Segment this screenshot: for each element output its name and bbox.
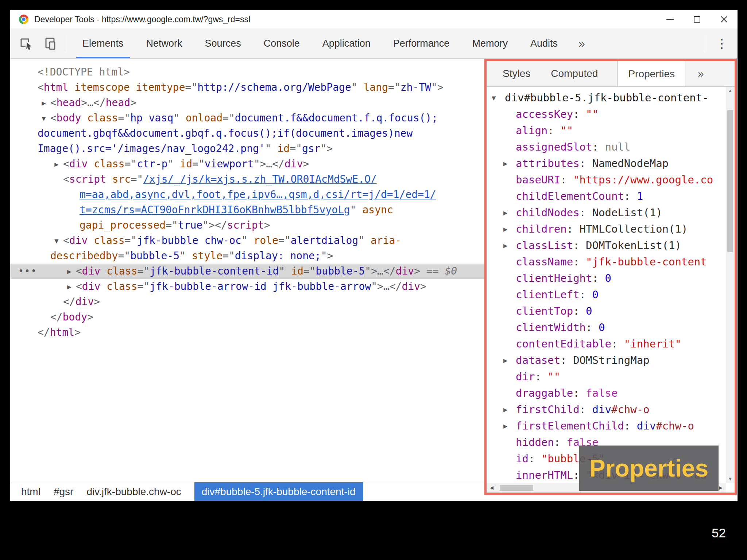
dom-line[interactable]: ▶<div class="jfk-bubble-arrow-id jfk-bub… [10, 279, 484, 294]
code-token: " [265, 143, 271, 155]
horizontal-scroll-thumb[interactable] [500, 485, 533, 491]
twisty-right-icon[interactable]: ▶ [64, 279, 74, 294]
dom-line[interactable]: describedby="bubble-5" style="display: n… [10, 248, 484, 264]
more-tabs-button[interactable]: » [569, 37, 595, 50]
property-row[interactable]: ▶firstElementChild: div#chw-o [492, 418, 724, 434]
code-token: > [74, 326, 81, 338]
tab-memory[interactable]: Memory [461, 28, 519, 58]
breadcrumb-item-selected[interactable]: div#bubble-5.jfk-bubble-content-id [194, 482, 363, 501]
twisty-right-icon[interactable]: ▶ [503, 401, 507, 418]
property-row[interactable]: ▶dataset: DOMStringMap [492, 352, 724, 369]
dom-line[interactable]: •••▶<div class="jfk-bubble-content-id" i… [10, 264, 484, 279]
twisty-down-icon[interactable]: ▼ [51, 233, 62, 248]
dom-line[interactable]: </body> [10, 310, 484, 325]
code-token: bubble-5 [316, 265, 365, 277]
property-row[interactable]: ▶classList: DOMTokenList(1) [492, 237, 724, 254]
dom-line[interactable]: <script src="/xjs/_/js/k=xjs.s.zh_TW.OR0… [10, 172, 484, 187]
code-token: div [69, 158, 88, 170]
sidebar-tab-properties[interactable]: Properties [618, 61, 685, 86]
tab-network[interactable]: Network [135, 28, 194, 58]
twisty-right-icon[interactable]: ▶ [503, 237, 507, 254]
twisty-right-icon[interactable]: ▶ [503, 205, 507, 221]
vertical-scroll-thumb[interactable] [727, 110, 733, 252]
twisty-right-icon[interactable]: ▶ [51, 156, 62, 172]
dom-line[interactable]: </div> [10, 294, 484, 310]
property-row[interactable]: align: "" [492, 122, 724, 139]
sidebar-tab-computed[interactable]: Computed [550, 61, 599, 86]
inspect-element-button[interactable] [18, 35, 34, 51]
dom-line[interactable]: t=zcms/rs=ACT90oFnrkDHI3I6oKBnhwB5lbbf5v… [10, 202, 484, 218]
breadcrumb-item[interactable]: #gsr [54, 482, 73, 501]
twisty-right-icon[interactable]: ▶ [64, 264, 74, 279]
close-button[interactable] [711, 10, 738, 28]
code-token: script [227, 219, 264, 231]
twisty-right-icon[interactable]: ▶ [503, 418, 507, 434]
vertical-scrollbar[interactable]: ▲ ▼ [726, 87, 735, 483]
devtools-menu-button[interactable]: ⋮ [716, 36, 728, 51]
property-row[interactable]: childElementCount: 1 [492, 188, 724, 205]
scroll-down-icon[interactable]: ▼ [726, 475, 735, 483]
code-token: div [69, 234, 88, 246]
property-row[interactable]: ▶firstChild: div#chw-o [492, 401, 724, 418]
property-row[interactable]: ▶childNodes: NodeList(1) [492, 205, 724, 221]
code-token: </ [63, 296, 76, 308]
tab-performance[interactable]: Performance [382, 28, 461, 58]
scroll-left-icon[interactable]: ◀ [487, 483, 496, 493]
twisty-right-icon[interactable]: ▶ [39, 95, 49, 110]
property-row[interactable]: draggable: false [492, 385, 724, 401]
twisty-right-icon[interactable]: ▶ [503, 352, 507, 369]
code-token: head [106, 97, 130, 109]
code-token: =" [118, 112, 130, 124]
dom-line[interactable]: gapi_processed="true"></script> [10, 218, 484, 233]
code-token: ">…</ [371, 280, 402, 292]
property-row[interactable]: clientLeft: 0 [492, 287, 724, 303]
code-token: http://schema.org/WebPage [197, 81, 351, 93]
twisty-right-icon[interactable]: ▶ [503, 155, 507, 172]
code-token: =" [138, 265, 150, 277]
gutter-menu-icon[interactable]: ••• [18, 264, 37, 279]
dom-line[interactable]: ▼<body class="hp vasq" onload="document.… [10, 110, 484, 126]
property-value: "" [560, 124, 573, 137]
property-row[interactable]: clientHeight: 0 [492, 270, 724, 287]
property-row[interactable]: clientWidth: 0 [492, 319, 724, 336]
dom-line[interactable]: ▶<head>…</head> [10, 95, 484, 110]
twisty-down-icon[interactable]: ▼ [39, 110, 49, 126]
property-row[interactable]: clientTop: 0 [492, 303, 724, 319]
tab-application[interactable]: Application [311, 28, 382, 58]
scroll-up-icon[interactable]: ▲ [726, 87, 735, 95]
minimize-button[interactable] [657, 10, 684, 28]
property-row[interactable]: dir: "" [492, 369, 724, 385]
tab-console[interactable]: Console [252, 28, 311, 58]
dom-line[interactable]: Image().src='/images/nav_logo242.png'" i… [10, 141, 484, 156]
maximize-button[interactable] [684, 10, 711, 28]
sidebar-more-tabs-button[interactable]: » [698, 61, 704, 86]
dom-line[interactable]: ▼<div class="jfk-bubble chw-oc" role="al… [10, 233, 484, 248]
code-token: > [264, 219, 270, 231]
code-token: < [50, 97, 57, 109]
sidebar-tab-styles[interactable]: Styles [502, 61, 531, 86]
twisty-down-icon[interactable]: ▼ [492, 90, 496, 106]
dom-line[interactable]: document.gbqf&&document.gbqf.q.focus();i… [10, 126, 484, 141]
dom-line[interactable]: <html itemscope itemtype="http://schema.… [10, 80, 484, 95]
property-row[interactable]: assignedSlot: null [492, 139, 724, 155]
dom-line[interactable]: <!DOCTYPE html> [10, 65, 484, 80]
breadcrumb-item[interactable]: div.jfk-bubble.chw-oc [86, 482, 181, 501]
tab-audits[interactable]: Audits [519, 28, 569, 58]
dom-line[interactable]: m=aa,abd,async,dvl,foot,fpe,ipv6…,qsm,d,… [10, 187, 484, 202]
property-name: attributes [516, 157, 580, 170]
property-row[interactable]: ▶children: HTMLCollection(1) [492, 221, 724, 237]
dom-line[interactable]: ▶<div class="ctr-p" id="viewport">…</div… [10, 156, 484, 172]
code-token: ctr-p [137, 158, 167, 170]
property-row[interactable]: className: "jfk-bubble-content [492, 254, 724, 270]
device-toolbar-button[interactable] [42, 35, 58, 51]
dom-line[interactable]: </html> [10, 325, 484, 340]
properties-root-row[interactable]: ▼div#bubble-5.jfk-bubble-content- [492, 90, 724, 106]
property-row[interactable]: baseURI: "https://www.google.co [492, 172, 724, 188]
tab-elements[interactable]: Elements [71, 28, 135, 58]
twisty-right-icon[interactable]: ▶ [503, 221, 507, 237]
property-row[interactable]: ▶attributes: NamedNodeMap [492, 155, 724, 172]
property-row[interactable]: accessKey: "" [492, 106, 724, 122]
property-row[interactable]: contentEditable: "inherit" [492, 336, 724, 352]
breadcrumb-item[interactable]: html [21, 482, 40, 501]
tab-sources[interactable]: Sources [194, 28, 252, 58]
